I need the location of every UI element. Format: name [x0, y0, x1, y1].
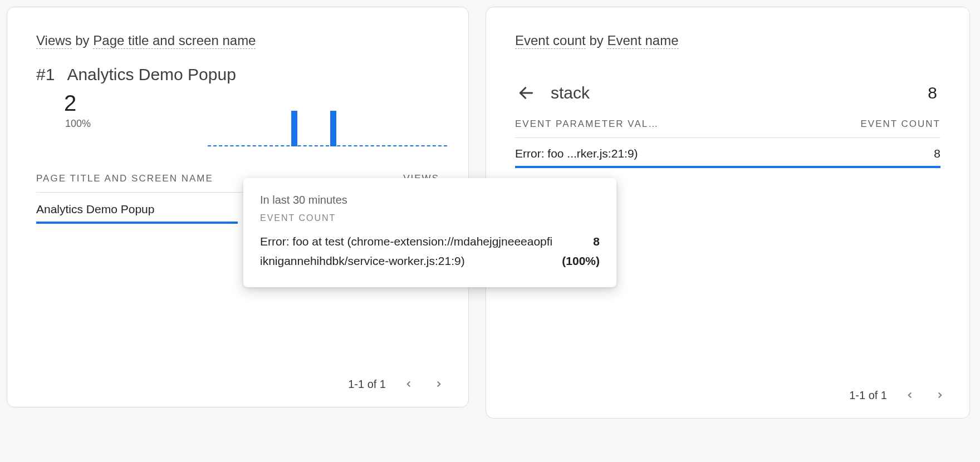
- sparkline-bar: [291, 111, 297, 146]
- event-header: stack 8: [515, 82, 940, 104]
- tooltip-metric-label: EVENT COUNT: [260, 213, 600, 223]
- tooltip-count: 8: [593, 235, 600, 248]
- card-title: Event count by Event name: [515, 33, 940, 48]
- sparkline-bar: [330, 111, 336, 146]
- tooltip-percent: (100%): [562, 254, 600, 267]
- row-param-value: Error: foo ...rker.js:21:9): [515, 147, 638, 160]
- pager-next-button[interactable]: [432, 377, 446, 391]
- chevron-left-icon: [905, 390, 915, 400]
- pager-next-button[interactable]: [933, 388, 947, 402]
- sparkline-baseline: [208, 145, 447, 146]
- pager-prev-button[interactable]: [401, 377, 416, 391]
- pager: 1-1 of 1: [849, 388, 947, 402]
- title-dimension[interactable]: Event name: [607, 33, 678, 49]
- row-dimension-value: Analytics Demo Popup: [36, 203, 154, 216]
- pager: 1-1 of 1: [348, 377, 446, 391]
- back-button[interactable]: [515, 82, 537, 104]
- chevron-right-icon: [935, 390, 945, 400]
- chevron-right-icon: [434, 379, 444, 389]
- column-header-dimension: PAGE TITLE AND SCREEN NAME: [36, 173, 213, 184]
- title-metric[interactable]: Views: [36, 33, 72, 49]
- hover-tooltip: In last 30 minutes EVENT COUNT Error: fo…: [243, 178, 616, 287]
- event-name: stack: [551, 83, 590, 102]
- row-selection-indicator: [515, 166, 940, 168]
- chevron-left-icon: [404, 379, 414, 389]
- column-header-count: EVENT COUNT: [860, 119, 940, 130]
- table-row[interactable]: Error: foo ...rker.js:21:9) 8: [515, 138, 940, 166]
- pager-prev-button[interactable]: [903, 388, 917, 402]
- tooltip-timeframe: In last 30 minutes: [260, 194, 600, 207]
- column-header-param: EVENT PARAMETER VAL…: [515, 119, 659, 130]
- tooltip-value: 8 (100%): [562, 232, 600, 271]
- table-header: EVENT PARAMETER VAL… EVENT COUNT: [515, 119, 940, 138]
- row-count-value: 8: [934, 147, 940, 160]
- rank-title: Analytics Demo Popup: [67, 65, 236, 84]
- title-by: by: [586, 33, 607, 48]
- pager-text: 1-1 of 1: [849, 389, 887, 402]
- title-by: by: [72, 33, 94, 48]
- rank-number: #1: [36, 65, 55, 84]
- pager-text: 1-1 of 1: [348, 378, 386, 391]
- row-selection-indicator: [36, 222, 238, 224]
- title-dimension[interactable]: Page title and screen name: [93, 33, 256, 49]
- top-result-line: #1 Analytics Demo Popup: [36, 65, 439, 84]
- title-metric[interactable]: Event count: [515, 33, 586, 49]
- card-title: Views by Page title and screen name: [36, 33, 439, 48]
- sparkline-chart: [208, 106, 447, 146]
- tooltip-error-text: Error: foo at test (chrome-extension://m…: [260, 232, 553, 271]
- event-total: 8: [928, 83, 940, 102]
- arrow-left-icon: [517, 84, 535, 102]
